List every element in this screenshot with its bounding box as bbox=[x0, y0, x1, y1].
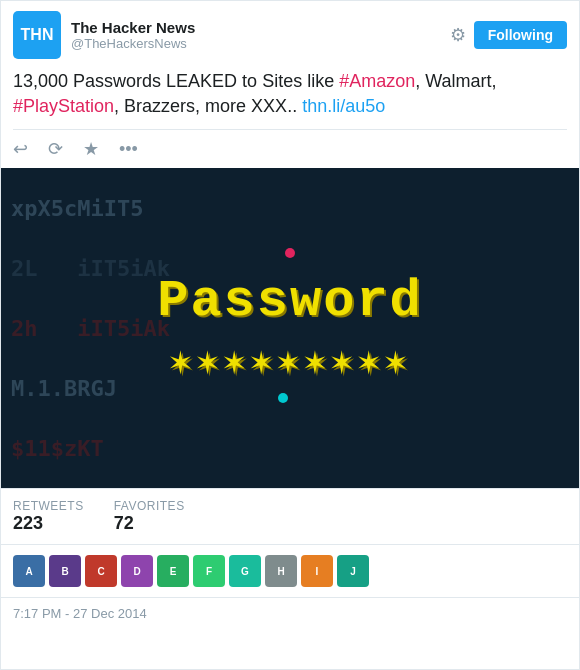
tweet-stats: RETWEETS 223 FAVORITES 72 bbox=[1, 488, 579, 545]
password-word: Password bbox=[157, 272, 423, 331]
retweets-count: 223 bbox=[13, 513, 84, 534]
mini-avatar-3[interactable]: D bbox=[121, 555, 153, 587]
header-left: THN The Hacker News @TheHackersNews bbox=[13, 11, 195, 59]
tweet-link[interactable]: thn.li/au5o bbox=[302, 96, 385, 116]
reply-icon[interactable]: ↩ bbox=[13, 138, 28, 160]
tweet-actions: ↩ ⟳ ★ ••• bbox=[13, 129, 567, 168]
favorites-stat: FAVORITES 72 bbox=[114, 499, 185, 534]
retweet-icon[interactable]: ⟳ bbox=[48, 138, 63, 160]
tweet-timestamp: 7:17 PM - 27 Dec 2014 bbox=[1, 598, 579, 629]
bg-row-5: $11$zKT bbox=[11, 436, 569, 461]
mini-avatar-8[interactable]: I bbox=[301, 555, 333, 587]
avatars-row: ABCDEFGHIJ bbox=[1, 545, 579, 598]
display-name[interactable]: The Hacker News bbox=[71, 19, 195, 36]
mini-avatar-7[interactable]: H bbox=[265, 555, 297, 587]
hashtag-amazon[interactable]: #Amazon bbox=[339, 71, 415, 91]
avatar-text: THN bbox=[21, 26, 54, 44]
header-right: ⚙ Following bbox=[450, 21, 567, 49]
tweet-text: 13,000 Passwords LEAKED to Sites like #A… bbox=[13, 69, 567, 119]
tweet-text-part2: , Walmart, bbox=[415, 71, 496, 91]
tweet-text-part3: , Brazzers, more XXX.. bbox=[114, 96, 302, 116]
more-icon[interactable]: ••• bbox=[119, 139, 138, 160]
mini-avatar-6[interactable]: G bbox=[229, 555, 261, 587]
mini-avatar-4[interactable]: E bbox=[157, 555, 189, 587]
mini-avatar-9[interactable]: J bbox=[337, 555, 369, 587]
retweets-stat: RETWEETS 223 bbox=[13, 499, 84, 534]
password-display: Password ✶✶✶✶✶✶✶✶✶ bbox=[157, 272, 423, 385]
like-icon[interactable]: ★ bbox=[83, 138, 99, 160]
retweets-label: RETWEETS bbox=[13, 499, 84, 513]
handle[interactable]: @TheHackersNews bbox=[71, 36, 195, 51]
avatar[interactable]: THN bbox=[13, 11, 61, 59]
dot-red bbox=[285, 248, 295, 258]
favorites-count: 72 bbox=[114, 513, 185, 534]
follow-button[interactable]: Following bbox=[474, 21, 567, 49]
password-stars: ✶✶✶✶✶✶✶✶✶ bbox=[157, 339, 423, 385]
user-info: The Hacker News @TheHackersNews bbox=[71, 19, 195, 51]
gear-icon[interactable]: ⚙ bbox=[450, 24, 466, 46]
mini-avatar-1[interactable]: B bbox=[49, 555, 81, 587]
hashtag-playstation[interactable]: #PlayStation bbox=[13, 96, 114, 116]
favorites-label: FAVORITES bbox=[114, 499, 185, 513]
tweet-text-part1: 13,000 Passwords LEAKED to Sites like bbox=[13, 71, 339, 91]
tweet-header: THN The Hacker News @TheHackersNews ⚙ Fo… bbox=[13, 11, 567, 59]
mini-avatar-5[interactable]: F bbox=[193, 555, 225, 587]
tweet-container: THN The Hacker News @TheHackersNews ⚙ Fo… bbox=[1, 1, 579, 168]
tweet-image: xpX5cMiIT5 2L iIT5iAk 2h iIT5iAk M.1.BRG… bbox=[1, 168, 579, 488]
mini-avatar-2[interactable]: C bbox=[85, 555, 117, 587]
mini-avatar-0[interactable]: A bbox=[13, 555, 45, 587]
bg-row-1: xpX5cMiIT5 bbox=[11, 196, 569, 221]
